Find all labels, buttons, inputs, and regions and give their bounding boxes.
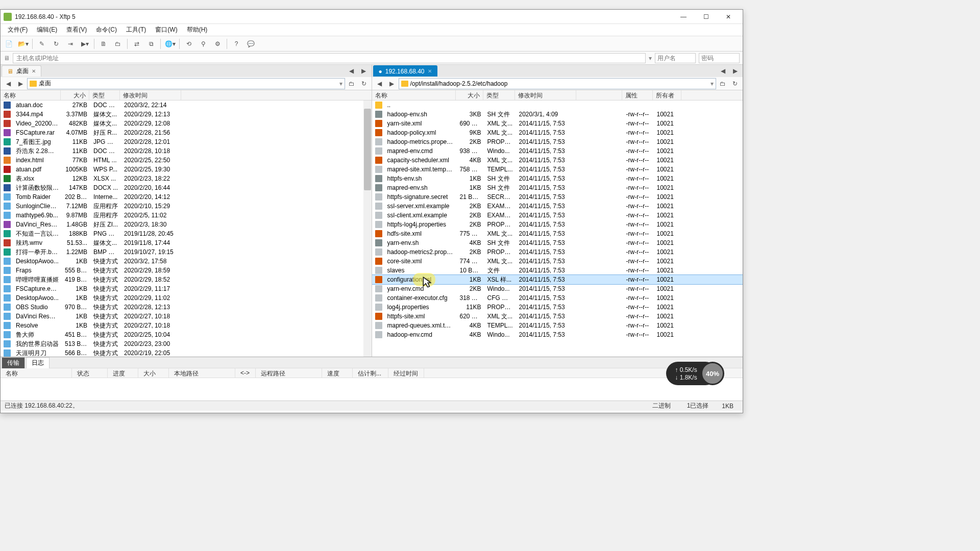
speed-widget[interactable]: ↑ 0.5K/s ↓ 1.8K/s 40% [666,362,717,385]
table-row[interactable]: Video_202002...482KB媒体文...2020/2/29, 12:… [1,119,372,128]
table-row[interactable]: 不知道一言以赴...188KBPNG 文件2019/11/28, 20:45 [1,229,372,238]
table-row[interactable]: ssl-server.xml.example2KBEXAMP...2014/11… [372,202,743,211]
xfer-col-eta[interactable]: 估计剩... [353,368,388,378]
xfer-col-size[interactable]: 大小 [138,368,169,378]
col-size[interactable]: 大小 [61,90,89,100]
local-path-box[interactable]: 桌面 ▾ [27,78,345,89]
password-input[interactable] [699,53,740,63]
table-row[interactable]: 打得一拳开.bmp1.22MBBMP 文件2019/10/27, 19:15 [1,247,372,257]
remote-header[interactable]: 名称 大小 类型 修改时间 属性 所有者 [372,90,743,101]
table-row[interactable]: log4j.properties11KBPROPE...2014/11/15, … [372,303,743,312]
table-row[interactable]: ssl-client.xml.example2KBEXAMP...2014/11… [372,211,743,220]
chevron-down-icon[interactable]: ▾ [339,80,342,87]
tab-next-icon[interactable]: ▶ [729,65,741,77]
transfer-tab-transfer[interactable]: 传输 [2,357,25,368]
remote-path-box[interactable]: /opt/install/hadoop-2.5.2/etc/hadoop ▾ [399,78,717,89]
new-file-icon[interactable]: 🗎 [97,38,110,50]
table-row[interactable]: Fraps555 By...快捷方式2020/2/29, 18:59 [1,266,372,275]
table-row[interactable]: Tomb Raider202 By...Interne...2020/2/20,… [1,192,372,202]
table-row[interactable]: atuan.doc27KBDOC 文...2020/3/2, 22:14 [1,101,372,110]
table-row[interactable]: httpfs-site.xml620 By...XML 文...2014/11/… [372,312,743,321]
col-name[interactable]: 名称 [372,90,456,100]
table-row[interactable]: configuration.xsl1KBXSL 样...2014/11/15, … [372,275,743,284]
table-row[interactable]: mapred-env.sh1KBSH 文件2014/11/15, 7:53-rw… [372,183,743,192]
table-row[interactable]: 表.xlsx12KBXLSX ...2020/2/23, 18:22 [1,174,372,183]
table-row[interactable]: OBS Studio970 By...快捷方式2020/2/28, 12:13 [1,303,372,312]
scrollbar[interactable] [363,101,372,357]
table-row[interactable]: hadoop-policy.xml9KBXML 文...2014/11/15, … [372,128,743,137]
xfer-col-progress[interactable]: 进度 [108,368,138,378]
table-row[interactable]: hadoop-metrics2.prope...2KBPROPE...2014/… [372,247,743,257]
disconnect-icon[interactable]: ⇥ [64,38,77,50]
table-row[interactable]: container-executor.cfg318 By...CFG 文件201… [372,293,743,303]
table-row[interactable]: yarn-env.cmd2KBWindo...2014/11/15, 7:53-… [372,284,743,293]
menu-window[interactable]: 窗口(W) [151,24,181,35]
close-button[interactable]: ✕ [717,10,740,23]
transfer-icon[interactable]: ▶▾ [79,38,91,50]
local-tab-desktop[interactable]: 🖥 桌面 ✕ [2,65,41,77]
up-dir-icon[interactable]: 🗀 [346,78,357,89]
table-row[interactable]: DesktopAwoo...1KB快捷方式2020/3/2, 17:58 [1,257,372,266]
table-row[interactable]: mathtype6.9b...9.87MB应用程序2020/2/5, 11:02 [1,211,372,220]
table-row[interactable]: .. [372,101,743,110]
table-row[interactable]: 我的世界启动器513 By...快捷方式2020/2/23, 23:00 [1,339,372,348]
table-row[interactable]: 7_看图王.jpg11KBJPG 文件2020/2/28, 12:01 [1,137,372,146]
xfer-col-remotepath[interactable]: 远程路径 [256,368,322,378]
table-row[interactable]: DaVinci_Resol...1.48GB好压 ZI...2020/2/3, … [1,220,372,229]
new-session-icon[interactable]: 📄 [3,38,15,50]
col-size[interactable]: 大小 [456,90,483,100]
table-row[interactable]: yarn-site.xml690 By...XML 文...2014/11/15… [372,119,743,128]
menu-tools[interactable]: 工具(T) [122,24,150,35]
table-row[interactable]: httpfs-signature.secret21 BytesSECRET...… [372,192,743,202]
globe-icon[interactable]: 🌐▾ [164,38,176,50]
tab-prev-icon[interactable]: ◀ [717,65,728,77]
new-folder-icon[interactable]: 🗀 [112,38,124,50]
forward-button[interactable]: ▶ [15,78,26,89]
table-row[interactable]: hadoop-metrics.propert...2KBPROPE...2014… [372,137,743,146]
back-button[interactable]: ◀ [374,78,385,89]
remote-tab-host[interactable]: ● 192.168.68.40 ✕ [373,65,437,77]
xfer-col-dir[interactable]: <-> [235,368,256,378]
host-input[interactable] [13,53,646,63]
table-row[interactable]: DaVinci Resolv...1KB快捷方式2020/2/27, 10:18 [1,312,372,321]
table-row[interactable]: 3344.mp43.37MB媒体文...2020/2/29, 12:13 [1,110,372,119]
xfer-col-localpath[interactable]: 本地路径 [169,368,235,378]
table-row[interactable]: 计算函数较限的...147KBDOCX ...2020/2/20, 16:44 [1,183,372,192]
col-type[interactable]: 类型 [89,90,120,100]
chat-icon[interactable]: 💬 [244,38,257,50]
table-row[interactable]: DesktopAwoo...1KB快捷方式2020/2/29, 11:02 [1,293,372,303]
local-header[interactable]: 名称 大小 类型 修改时间 [1,90,372,101]
menu-edit[interactable]: 编辑(E) [33,24,61,35]
table-row[interactable]: 鲁大师451 By...快捷方式2020/2/25, 10:04 [1,330,372,339]
table-row[interactable]: hdfs-site.xml775 By...XML 文...2014/11/15… [372,229,743,238]
table-row[interactable]: mapred-queues.xml.tem...4KBTEMPL...2014/… [372,321,743,330]
open-icon[interactable]: 📂▾ [17,38,29,50]
refresh-all-icon[interactable]: ⟲ [183,38,195,50]
close-tab-icon[interactable]: ✕ [428,68,432,74]
username-input[interactable] [655,53,696,63]
col-type[interactable]: 类型 [483,90,515,100]
table-row[interactable]: slaves10 Bytes文件2014/11/15, 7:53-rw-r--r… [372,266,743,275]
refresh-icon[interactable]: ↻ [729,78,741,89]
table-row[interactable]: index.html77KBHTML ...2020/2/25, 22:50 [1,156,372,165]
local-file-list[interactable]: atuan.doc27KBDOC 文...2020/3/2, 22:143344… [1,101,372,357]
menu-view[interactable]: 查看(V) [62,24,91,35]
menu-file[interactable]: 文件(F) [4,24,32,35]
table-row[interactable]: mapred-site.xml.template758 By...TEMPL..… [372,165,743,174]
settings-icon[interactable]: ⚙ [211,38,224,50]
table-row[interactable]: FSCapture.exe...1KB快捷方式2020/2/29, 11:17 [1,284,372,293]
find-icon[interactable]: ⚲ [197,38,209,50]
xfer-col-status[interactable]: 状态 [72,368,108,378]
tab-prev-icon[interactable]: ◀ [346,65,357,77]
table-row[interactable]: 天涯明月刀566 By...快捷方式2020/2/19, 22:05 [1,348,372,357]
forward-button[interactable]: ▶ [386,78,398,89]
transfer-tab-log[interactable]: 日志 [26,357,50,368]
xfer-col-speed[interactable]: 速度 [322,368,353,378]
table-row[interactable]: httpfs-env.sh1KBSH 文件2014/11/15, 7:53-rw… [372,174,743,183]
menu-help[interactable]: 帮助(H) [183,24,212,35]
col-owner[interactable]: 所有者 [653,90,681,100]
edit-icon[interactable]: ✎ [36,38,48,50]
chevron-down-icon[interactable]: ▾ [710,80,714,87]
refresh-icon[interactable]: ↻ [358,78,370,89]
table-row[interactable]: 哔哩哔哩直播姬419 By...快捷方式2020/2/29, 18:52 [1,275,372,284]
